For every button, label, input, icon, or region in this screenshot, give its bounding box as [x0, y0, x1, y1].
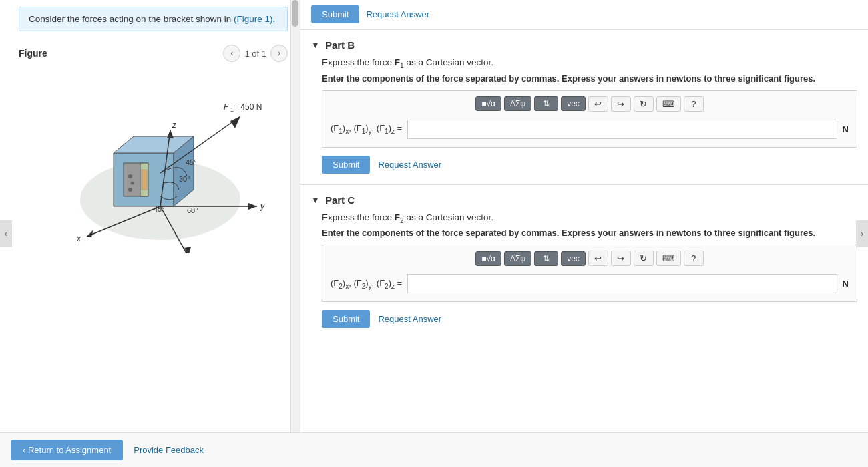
part-c-asigma-btn[interactable]: AΣφ: [504, 251, 531, 266]
part-b-submit-button[interactable]: Submit: [322, 156, 370, 174]
part-b-desc-post: as a Cartesian vector.: [404, 57, 493, 67]
part-c-input-row: (F2)x, (F2)y, (F2)z = N: [328, 271, 851, 296]
svg-marker-20: [230, 116, 240, 128]
svg-text:45°: 45°: [154, 205, 165, 213]
part-c-section: ▼ Part C Express the force F2 as a Carte…: [300, 184, 868, 339]
top-bar: Submit Request Answer: [300, 0, 868, 29]
svg-marker-11: [167, 130, 174, 138]
part-b-unit: N: [843, 124, 849, 134]
part-b-equation-box: ■√α AΣφ ⇅ vec ↩ ↪ ↻ ⌨ ? (F1)x, (F1)y, (F…: [322, 90, 857, 148]
figure-title: Figure: [19, 48, 47, 59]
part-c-request-answer-link[interactable]: Request Answer: [378, 314, 441, 324]
part-c-actions: Submit Request Answer: [322, 310, 857, 328]
top-request-answer-link[interactable]: Request Answer: [366, 9, 429, 19]
part-b-input-row: (F1)x, (F1)y, (F1)z = N: [328, 117, 851, 142]
figure-prev-btn[interactable]: ‹: [223, 45, 240, 62]
part-b-collapse-arrow: ▼: [311, 40, 320, 50]
consider-text: Consider the forces acting on the bracke…: [29, 14, 231, 24]
part-c-keyboard-btn[interactable]: ⌨: [656, 251, 681, 266]
part-c-desc-post: as a Cartesian vector.: [404, 212, 493, 222]
part-c-input[interactable]: [407, 274, 837, 293]
left-sidebar-scrollbar[interactable]: [290, 0, 300, 467]
svg-point-8: [130, 182, 134, 185]
return-to-assignment-button[interactable]: ‹ Return to Assignment: [11, 440, 123, 460]
part-b-header[interactable]: ▼ Part B: [300, 30, 868, 57]
part-c-body: Express the force F2 as a Cartesian vect…: [300, 212, 868, 339]
part-b-undo-btn[interactable]: ↩: [588, 96, 608, 112]
part-c-description: Express the force F2 as a Cartesian vect…: [322, 212, 857, 224]
svg-text:F: F: [224, 102, 229, 112]
provide-feedback-link[interactable]: Provide Feedback: [134, 445, 204, 455]
svg-marker-17: [87, 230, 93, 237]
part-c-header[interactable]: ▼ Part C: [300, 185, 868, 212]
figure-svg: z y x F 1 = 450 N: [27, 66, 280, 253]
part-b-vec-btn[interactable]: vec: [561, 96, 586, 111]
part-b-keyboard-btn[interactable]: ⌨: [656, 96, 681, 112]
part-c-redo-btn[interactable]: ↪: [611, 251, 631, 266]
part-b-section: ▼ Part B Express the force F1 as a Carte…: [300, 29, 868, 184]
right-nav-arrow[interactable]: ›: [856, 220, 868, 247]
svg-rect-6: [142, 170, 147, 190]
svg-text:45°: 45°: [186, 158, 197, 166]
part-b-arrows-btn[interactable]: ⇅: [534, 96, 558, 111]
part-b-asigma-btn[interactable]: AΣφ: [504, 96, 531, 111]
figure1-link[interactable]: (Figure 1).: [234, 14, 275, 24]
part-b-toolbar: ■√α AΣφ ⇅ vec ↩ ↪ ↻ ⌨ ?: [328, 96, 851, 112]
svg-text:= 450 N: = 450 N: [234, 102, 262, 112]
part-b-force-label: F: [395, 57, 400, 67]
part-c-help-btn[interactable]: ?: [684, 251, 704, 266]
part-b-equation-label: (F1)x, (F1)y, (F1)z =: [331, 123, 402, 135]
part-c-toolbar: ■√α AΣφ ⇅ vec ↩ ↪ ↻ ⌨ ?: [328, 251, 851, 266]
part-b-request-answer-link[interactable]: Request Answer: [378, 160, 441, 170]
svg-point-7: [128, 174, 132, 178]
part-b-refresh-btn[interactable]: ↻: [634, 96, 654, 112]
consider-box: Consider the forces acting on the bracke…: [19, 7, 288, 31]
part-b-body: Express the force F1 as a Cartesian vect…: [300, 57, 868, 184]
svg-marker-14: [248, 203, 257, 210]
part-b-actions: Submit Request Answer: [322, 156, 857, 174]
part-b-instruction: Enter the components of the force separa…: [322, 73, 857, 84]
part-c-desc-pre: Express the force: [322, 212, 395, 222]
svg-point-9: [128, 188, 132, 192]
svg-text:x: x: [76, 234, 81, 243]
part-c-equation-box: ■√α AΣφ ⇅ vec ↩ ↪ ↻ ⌨ ? (F2)x, (F2)y, (F…: [322, 245, 857, 302]
part-b-sqrt-btn[interactable]: ■√α: [475, 96, 501, 111]
svg-text:60°: 60°: [187, 206, 198, 214]
part-c-submit-button[interactable]: Submit: [322, 310, 370, 328]
figure-header: Figure ‹ 1 of 1 ›: [19, 45, 288, 62]
part-b-redo-btn[interactable]: ↪: [611, 96, 631, 112]
part-b-help-btn[interactable]: ?: [684, 96, 704, 112]
svg-marker-25: [184, 247, 191, 253]
part-c-arrows-btn[interactable]: ⇅: [534, 251, 558, 266]
top-submit-button[interactable]: Submit: [311, 5, 359, 23]
part-c-sqrt-btn[interactable]: ■√α: [475, 251, 501, 266]
part-c-equation-label: (F2)x, (F2)y, (F2)z =: [331, 278, 402, 290]
figure-image: z y x F 1 = 450 N: [27, 66, 280, 253]
figure-nav-text: 1 of 1: [244, 49, 266, 59]
part-c-vec-btn[interactable]: vec: [561, 251, 586, 266]
part-c-unit: N: [843, 279, 849, 289]
part-b-input[interactable]: [407, 120, 837, 139]
left-sidebar: ‹ Consider the forces acting on the brac…: [0, 0, 300, 467]
part-c-force-label: F: [395, 212, 400, 222]
part-b-description: Express the force F1 as a Cartesian vect…: [322, 57, 857, 69]
svg-text:y: y: [260, 202, 265, 211]
svg-text:30°: 30°: [179, 175, 190, 183]
bottom-bar: ‹ Return to Assignment Provide Feedback: [0, 432, 868, 467]
svg-text:z: z: [172, 120, 177, 130]
figure-section: Figure ‹ 1 of 1 ›: [19, 45, 288, 467]
part-c-refresh-btn[interactable]: ↻: [634, 251, 654, 266]
scroll-thumb[interactable]: [292, 0, 298, 27]
left-nav-arrow[interactable]: ‹: [0, 220, 12, 247]
figure-next-btn[interactable]: ›: [270, 45, 288, 62]
part-c-label: Part C: [325, 194, 355, 206]
part-b-label: Part B: [325, 39, 355, 51]
part-c-instruction: Enter the components of the force separa…: [322, 228, 857, 238]
part-b-desc-pre: Express the force: [322, 57, 395, 67]
part-c-undo-btn[interactable]: ↩: [588, 251, 608, 266]
figure-nav: ‹ 1 of 1 ›: [223, 45, 288, 62]
main-content: Submit Request Answer ▼ Part B Express t…: [300, 0, 868, 467]
part-c-collapse-arrow: ▼: [311, 195, 320, 205]
